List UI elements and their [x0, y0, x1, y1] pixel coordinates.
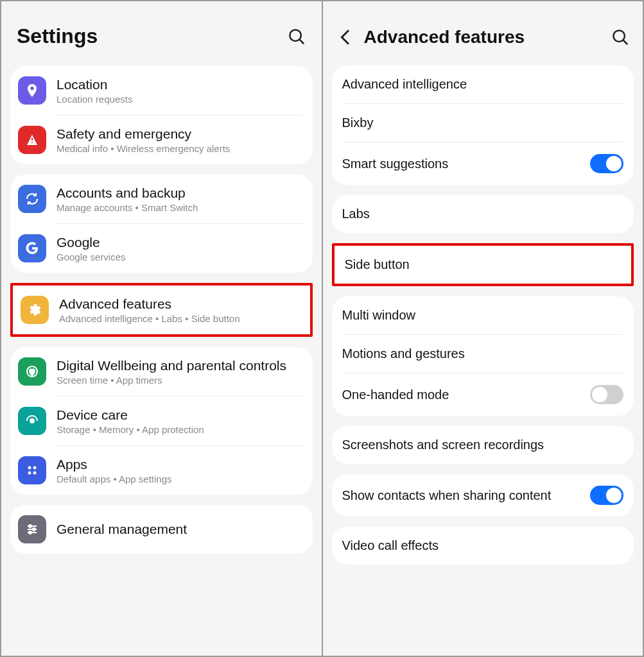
general-icon	[18, 515, 46, 543]
toggle-switch[interactable]	[590, 385, 623, 404]
item-subtitle: Screen time • App timers	[57, 375, 305, 386]
item-title: Google	[57, 235, 305, 250]
item-title: Safety and emergency	[57, 126, 305, 142]
svg-point-14	[29, 531, 31, 534]
item-title: Motions and gestures	[342, 346, 624, 361]
advanced-item-video-call-effects[interactable]: Video call effects	[332, 527, 634, 565]
advanced-group: Side button	[332, 243, 634, 286]
item-title: Multi window	[342, 308, 624, 323]
advanced-group: Screenshots and screen recordings	[332, 426, 634, 464]
svg-point-8	[33, 472, 37, 475]
advanced-item-bixby[interactable]: Bixby	[332, 104, 634, 142]
settings-item-apps[interactable]: AppsDefault apps • App settings	[10, 446, 313, 495]
settings-item-safety-and-emergency[interactable]: Safety and emergencyMedical info • Wirel…	[10, 115, 313, 164]
accounts-icon	[18, 185, 46, 213]
search-button[interactable]	[611, 28, 630, 47]
item-title: Location	[57, 77, 305, 92]
item-title: General management	[57, 522, 305, 537]
settings-item-general-management[interactable]: General management	[10, 505, 313, 554]
settings-item-google[interactable]: GoogleGoogle services	[10, 224, 313, 273]
settings-item-device-care[interactable]: Device careStorage • Memory • App protec…	[10, 397, 313, 445]
advanced-item-show-contacts-when-sharing-content[interactable]: Show contacts when sharing content	[332, 474, 634, 516]
advanced-item-side-button[interactable]: Side button	[335, 246, 632, 284]
item-title: Bixby	[342, 115, 624, 130]
search-button[interactable]	[287, 27, 306, 46]
item-title: Accounts and backup	[57, 185, 305, 201]
item-title: Side button	[345, 257, 622, 272]
settings-item-location[interactable]: LocationLocation requests	[10, 66, 313, 115]
advanced-content: Advanced intelligenceBixbySmart suggesti…	[323, 65, 643, 565]
svg-point-7	[28, 472, 31, 475]
settings-group: General management	[10, 505, 313, 554]
item-subtitle: Google services	[57, 252, 305, 262]
advanced-features-pane: Advanced features Advanced intelligenceB…	[323, 1, 643, 656]
settings-item-advanced-features[interactable]: Advanced featuresAdvanced intelligence •…	[13, 286, 310, 334]
svg-point-4	[30, 418, 35, 423]
page-title: Advanced features	[364, 27, 611, 47]
item-subtitle: Location requests	[57, 94, 305, 105]
item-title: One-handed mode	[342, 388, 591, 402]
advanced-item-labs[interactable]: Labs	[332, 195, 634, 233]
settings-item-accounts-and-backup[interactable]: Accounts and backupManage accounts • Sma…	[10, 175, 313, 223]
page-title: Settings	[17, 24, 287, 48]
settings-group: Digital Wellbeing and parental controlsS…	[10, 347, 313, 495]
svg-point-12	[29, 525, 31, 527]
advanced-item-screenshots-and-screen-recordings[interactable]: Screenshots and screen recordings	[332, 426, 634, 464]
apps-icon	[18, 456, 46, 484]
item-title: Labs	[342, 207, 624, 221]
item-title: Video call effects	[342, 538, 624, 553]
advanced-group: Advanced intelligenceBixbySmart suggesti…	[332, 65, 634, 185]
chevron-left-icon	[336, 27, 356, 47]
wellbeing-icon	[18, 357, 46, 386]
advanced-item-motions-and-gestures[interactable]: Motions and gestures	[332, 335, 634, 373]
svg-point-13	[33, 528, 35, 531]
svg-point-5	[28, 466, 31, 470]
item-title: Screenshots and screen recordings	[342, 438, 624, 452]
back-button[interactable]	[336, 27, 356, 47]
settings-pane: Settings LocationLocation requestsSafety…	[1, 1, 322, 656]
settings-item-digital-wellbeing-and-parental-controls[interactable]: Digital Wellbeing and parental controlsS…	[10, 347, 313, 396]
item-subtitle: Manage accounts • Smart Switch	[57, 202, 305, 213]
toggle-switch[interactable]	[590, 486, 623, 505]
item-subtitle: Default apps • App settings	[57, 474, 305, 484]
search-icon	[611, 28, 630, 47]
item-subtitle: Advanced intelligence • Labs • Side butt…	[59, 313, 302, 324]
item-title: Digital Wellbeing and parental controls	[57, 358, 305, 373]
advanced-icon	[21, 296, 49, 324]
settings-header: Settings	[1, 1, 322, 66]
device-icon	[18, 407, 46, 435]
item-title: Advanced features	[59, 296, 302, 312]
svg-point-0	[290, 30, 301, 41]
location-icon	[18, 76, 46, 105]
item-title: Show contacts when sharing content	[342, 488, 591, 503]
svg-line-1	[299, 39, 304, 44]
svg-point-15	[613, 30, 625, 42]
item-subtitle: Storage • Memory • App protection	[57, 424, 305, 435]
item-title: Device care	[57, 407, 305, 423]
google-icon	[18, 234, 46, 262]
toggle-switch[interactable]	[590, 154, 623, 173]
advanced-group: Multi windowMotions and gesturesOne-hand…	[332, 296, 634, 416]
item-title: Smart suggestions	[342, 157, 591, 171]
advanced-item-advanced-intelligence[interactable]: Advanced intelligence	[332, 65, 634, 103]
svg-line-16	[623, 40, 628, 45]
settings-group: LocationLocation requestsSafety and emer…	[10, 66, 313, 164]
settings-group: Accounts and backupManage accounts • Sma…	[10, 175, 313, 273]
advanced-group: Labs	[332, 195, 634, 233]
item-title: Apps	[57, 457, 305, 472]
safety-icon	[18, 126, 46, 154]
search-icon	[287, 27, 306, 46]
advanced-header: Advanced features	[323, 1, 643, 65]
advanced-group: Video call effects	[332, 527, 634, 565]
item-title: Advanced intelligence	[342, 77, 624, 92]
advanced-item-one-handed-mode[interactable]: One-handed mode	[332, 373, 634, 416]
advanced-item-smart-suggestions[interactable]: Smart suggestions	[332, 142, 634, 185]
advanced-item-multi-window[interactable]: Multi window	[332, 296, 634, 334]
advanced-group: Show contacts when sharing content	[332, 474, 634, 516]
svg-point-6	[33, 466, 37, 470]
item-subtitle: Medical info • Wireless emergency alerts	[57, 143, 305, 154]
settings-group: Advanced featuresAdvanced intelligence •…	[10, 283, 313, 337]
settings-content: LocationLocation requestsSafety and emer…	[1, 66, 322, 554]
